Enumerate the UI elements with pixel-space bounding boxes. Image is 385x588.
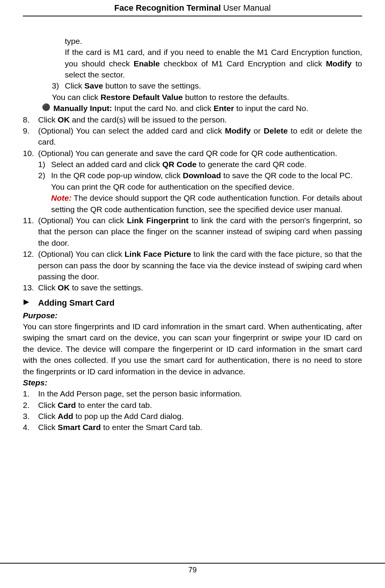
page-content: type. If the card is M1 card, and if you… — [23, 16, 362, 433]
text: to pop up the Add Card dialog. — [73, 412, 184, 420]
bold-download: Download — [183, 171, 221, 180]
smart-step-3: 3. Click Add to pop up the Add Card dial… — [23, 411, 362, 422]
section-heading-smart-card: Adding Smart Card — [23, 297, 362, 309]
note-label: Note: — [51, 193, 72, 202]
text: and the card(s) will be issued to the pe… — [70, 115, 227, 124]
bullet-manual-input: ⚫ Manually Input: Input the card No. and… — [40, 103, 362, 114]
text: The device should support the QR code au… — [51, 193, 362, 213]
step-num: 4. — [23, 422, 38, 433]
substep-body: In the QR code pop-up window, click Down… — [51, 170, 362, 215]
text: Click — [65, 81, 84, 90]
step-body: Click Add to pop up the Add Card dialog. — [38, 411, 362, 422]
step-num: 1. — [23, 388, 38, 399]
page: Face Recognition Terminal User Manual ty… — [0, 0, 385, 588]
text: button to restore the defaults. — [183, 93, 289, 101]
step-13: 13. Click OK to save the settings. — [23, 282, 362, 293]
substep-body: Select an added card and click QR Code t… — [51, 159, 362, 170]
substep-body: Click Save button to save the settings. — [65, 80, 362, 91]
bullet-body: Manually Input: Input the card No. and c… — [53, 103, 362, 114]
text: You can print the QR code for authentica… — [51, 182, 294, 191]
text: button to save the settings. — [103, 81, 201, 90]
restore-default-line: You can click Restore Default Value butt… — [52, 92, 362, 103]
bold-link-fingerprint: Link Fingerprint — [127, 216, 189, 225]
text: to save the settings. — [70, 283, 143, 292]
bold-add: Add — [58, 412, 73, 420]
svg-marker-0 — [24, 300, 29, 305]
arrow-icon — [23, 297, 38, 309]
header-title-bold: Face Recognition Terminal — [114, 3, 221, 13]
step-num: 9. — [23, 125, 38, 148]
step-body: (Optional) You can click Link Face Pictu… — [38, 248, 362, 282]
step-num: 10. — [23, 148, 38, 159]
step-11: 11. (Optional) You can click Link Finger… — [23, 215, 362, 248]
step-num: 8. — [23, 114, 38, 125]
step-num: 11. — [23, 215, 38, 248]
page-footer: 79 — [0, 563, 385, 575]
text: to save the QR code to the local PC. — [221, 171, 353, 180]
text: In the QR code pop-up window, click — [51, 171, 183, 180]
substep-num: 1) — [38, 159, 51, 170]
step-12: 12. (Optional) You can click Link Face P… — [23, 248, 362, 282]
triangle-right-icon — [23, 299, 30, 306]
steps-label: Steps: — [23, 377, 362, 388]
text: Click — [38, 401, 58, 409]
page-header: Face Recognition Terminal User Manual — [23, 0, 362, 16]
purpose-text: You can store fingerprints and ID card i… — [23, 321, 362, 377]
header-title-rest: User Manual — [221, 3, 271, 13]
text: (Optional) You can click — [38, 250, 125, 258]
text: type. — [65, 37, 82, 45]
substep-num: 3) — [52, 80, 65, 91]
bold-smart-card: Smart Card — [58, 423, 101, 432]
step-num: 2. — [23, 400, 38, 411]
step-body: Click Card to enter the card tab. — [38, 400, 362, 411]
step-body: Click OK and the card(s) will be issued … — [38, 114, 362, 125]
bold-modify: Modify — [225, 126, 251, 135]
bold-enter: Enter — [213, 104, 234, 113]
substep-num: 2) — [38, 170, 51, 215]
bold-ok: OK — [58, 283, 70, 292]
step-10-sub-2: 2) In the QR code pop-up window, click D… — [38, 170, 362, 215]
text: Input the card No. and click — [112, 104, 213, 113]
step-body: Click Smart Card to enter the Smart Card… — [38, 422, 362, 433]
purpose-label: Purpose: — [23, 310, 362, 321]
text: to input the card No. — [234, 104, 308, 113]
text: to enter the card tab. — [76, 401, 152, 409]
step-body: Click OK to save the settings. — [38, 282, 362, 293]
text: (Optional) You can select the added card… — [38, 126, 225, 135]
bold-modify: Modify — [326, 59, 352, 68]
bold-manual-input: Manually Input: — [53, 104, 112, 113]
bold-delete: Delete — [264, 126, 288, 135]
text: checkbox of M1 Card Encryption and click — [160, 59, 326, 68]
step-9: 9. (Optional) You can select the added c… — [23, 125, 362, 148]
section-title: Adding Smart Card — [38, 297, 114, 309]
bold-link-face: Link Face Picture — [125, 250, 191, 258]
continued-line-type: type. — [65, 35, 362, 47]
text: to generate the card QR code. — [197, 160, 306, 169]
text: to enter the Smart Card tab. — [101, 423, 202, 432]
step-body: In the Add Person page, set the person b… — [38, 388, 362, 399]
step-num: 13. — [23, 282, 38, 293]
step-10-sub-1: 1) Select an added card and click QR Cod… — [38, 159, 362, 170]
bold-save: Save — [84, 81, 103, 90]
step-10: 10. (Optional) You can generate and save… — [23, 148, 362, 159]
step-8: 8. Click OK and the card(s) will be issu… — [23, 114, 362, 125]
step-num: 12. — [23, 248, 38, 282]
text: You can click — [52, 93, 101, 101]
text: (Optional) You can click — [38, 216, 127, 225]
substep-3: 3) Click Save button to save the setting… — [52, 80, 362, 91]
bold-card: Card — [58, 401, 76, 409]
step-body: (Optional) You can select the added card… — [38, 125, 362, 148]
bold-ok: OK — [58, 115, 70, 124]
text: or — [251, 126, 264, 135]
bold-qrcode: QR Code — [162, 160, 197, 169]
bold-enable: Enable — [133, 59, 160, 68]
text: Click — [38, 423, 58, 432]
text: Click — [38, 412, 58, 420]
step-num: 3. — [23, 411, 38, 422]
bold-restore: Restore Default Value — [101, 93, 183, 101]
smart-step-4: 4. Click Smart Card to enter the Smart C… — [23, 422, 362, 433]
step-body: (Optional) You can generate and save the… — [38, 148, 362, 159]
text: Click — [38, 283, 58, 292]
text: Click — [38, 115, 58, 124]
smart-step-2: 2. Click Card to enter the card tab. — [23, 400, 362, 411]
